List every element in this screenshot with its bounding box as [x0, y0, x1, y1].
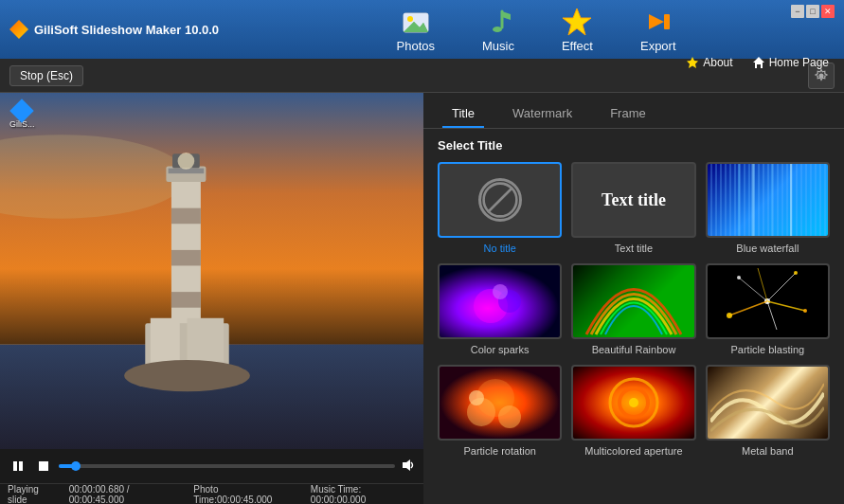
blue-waterfall-label: Blue waterfall	[736, 243, 799, 254]
effect-icon	[562, 7, 592, 37]
text-title-preview: Text title	[602, 190, 666, 210]
svg-line-43	[739, 278, 767, 301]
svg-point-26	[178, 153, 195, 170]
music-label: Music	[482, 39, 514, 53]
about-icon	[686, 56, 699, 69]
color-sparks-label: Color sparks	[471, 344, 530, 355]
progress-bar[interactable]	[59, 464, 395, 468]
svg-rect-28	[19, 461, 23, 471]
svg-line-45	[767, 301, 777, 330]
particle-rotation-thumb	[438, 365, 562, 441]
volume-icon	[401, 458, 416, 473]
photos-icon	[401, 7, 431, 37]
title-card-particle-rotation[interactable]: Particle rotation	[438, 365, 562, 457]
about-label: About	[703, 56, 732, 69]
title-card-beautiful-rainbow[interactable]: Beautiful Rainbow	[571, 263, 695, 355]
no-title-icon	[481, 178, 519, 222]
metal-band-label: Metal band	[742, 445, 793, 457]
home-icon	[752, 56, 765, 69]
title-grid: No title Text title Text title	[438, 162, 830, 457]
about-button[interactable]: About	[680, 54, 738, 71]
svg-marker-6	[563, 9, 591, 35]
svg-marker-10	[753, 57, 764, 68]
play-pause-button[interactable]	[8, 458, 28, 475]
svg-point-25	[124, 360, 250, 391]
video-preview: GiliS...	[0, 93, 423, 449]
close-button[interactable]: ✕	[821, 5, 835, 18]
tab-frame[interactable]: Frame	[601, 100, 655, 128]
stop-video-button[interactable]	[34, 459, 53, 474]
text-title-label: Text title	[615, 243, 653, 254]
blue-waterfall-thumb	[706, 162, 830, 238]
title-card-metal-band[interactable]: Metal band	[706, 365, 830, 457]
video-controls	[0, 449, 423, 483]
nav-photos[interactable]: Photos	[378, 3, 454, 57]
playing-slide-label: Playing slide	[8, 484, 60, 505]
title-card-blue-waterfall[interactable]: Blue waterfall	[706, 162, 830, 254]
status-bar: Playing slide 00:00:00.680 / 00:00:45.00…	[0, 483, 423, 504]
svg-point-49	[737, 276, 741, 279]
metal-svg	[710, 365, 824, 441]
svg-rect-12	[0, 93, 423, 344]
svg-point-48	[803, 309, 807, 313]
multicolored-aperture-label: Multicolored aperture	[584, 445, 682, 457]
no-title-label: No title	[484, 243, 516, 254]
svg-point-5	[493, 27, 502, 32]
photo-time: Photo Time:00:00:45.000	[193, 484, 296, 505]
svg-rect-16	[171, 208, 201, 225]
svg-point-47	[794, 271, 798, 275]
rotation-svg	[443, 365, 557, 441]
window-controls: − □ ✕	[791, 5, 835, 18]
blast-svg	[710, 263, 824, 339]
tab-title[interactable]: Title	[442, 100, 484, 128]
particle-rotation-label: Particle rotation	[463, 445, 535, 457]
volume-button[interactable]	[401, 458, 416, 476]
minimize-button[interactable]: −	[791, 5, 804, 18]
sparks-svg	[462, 263, 538, 339]
tab-watermark[interactable]: Watermark	[503, 100, 582, 128]
panel-content: Select Title No title	[423, 129, 844, 504]
music-time: Music Time: 00:00:00.000	[311, 484, 416, 505]
svg-line-42	[767, 301, 805, 311]
svg-point-54	[469, 390, 484, 405]
svg-rect-8	[664, 14, 670, 29]
text-title-thumb: Text title	[571, 162, 695, 238]
svg-point-57	[629, 398, 638, 407]
progress-thumb	[71, 461, 81, 471]
nav-effect[interactable]: Effect	[543, 3, 612, 57]
homepage-label: Home Page	[769, 56, 829, 69]
effect-label: Effect	[562, 39, 593, 53]
select-title-heading: Select Title	[438, 138, 830, 153]
export-label: Export	[640, 39, 676, 53]
video-overlay: GiliS...	[9, 102, 35, 129]
particle-blasting-label: Particle blasting	[730, 344, 804, 355]
svg-rect-27	[13, 461, 17, 471]
title-card-particle-blasting[interactable]: Particle blasting	[706, 263, 830, 355]
metal-band-thumb	[706, 365, 830, 441]
time-display: 00:00:00.680 / 00:00:45.000	[69, 484, 185, 505]
nav-music[interactable]: Music	[463, 3, 533, 57]
toolbar-right-actions: About Home Page	[680, 33, 835, 92]
svg-line-41	[767, 273, 796, 301]
export-icon	[643, 7, 673, 37]
title-card-color-sparks[interactable]: Color sparks	[438, 263, 562, 355]
tabs: Title Watermark Frame	[423, 93, 844, 129]
svg-point-53	[498, 405, 521, 428]
toolbar: − □ ✕ GiliSoft Slideshow Maker 10.0.0 Ph…	[0, 0, 844, 59]
beautiful-rainbow-label: Beautiful Rainbow	[592, 344, 676, 355]
title-card-text-title[interactable]: Text title Text title	[571, 162, 695, 254]
maximize-button[interactable]: □	[806, 5, 819, 18]
video-area: GiliS...	[0, 93, 423, 449]
video-panel: GiliS...	[0, 93, 423, 504]
app-title: GiliSoft Slideshow Maker 10.0.0	[34, 23, 219, 37]
homepage-button[interactable]: Home Page	[746, 54, 835, 71]
title-card-no-title[interactable]: No title	[438, 162, 562, 254]
right-panel: Title Watermark Frame Select Title	[423, 93, 844, 504]
title-card-multicolored-aperture[interactable]: Multicolored aperture	[571, 365, 695, 457]
waterfall-svg	[729, 162, 805, 238]
rainbow-thumb	[571, 263, 695, 339]
svg-point-50	[727, 313, 732, 318]
pause-icon	[11, 459, 25, 473]
svg-point-39	[493, 284, 508, 299]
stop-button[interactable]: Stop (Esc)	[9, 65, 83, 86]
